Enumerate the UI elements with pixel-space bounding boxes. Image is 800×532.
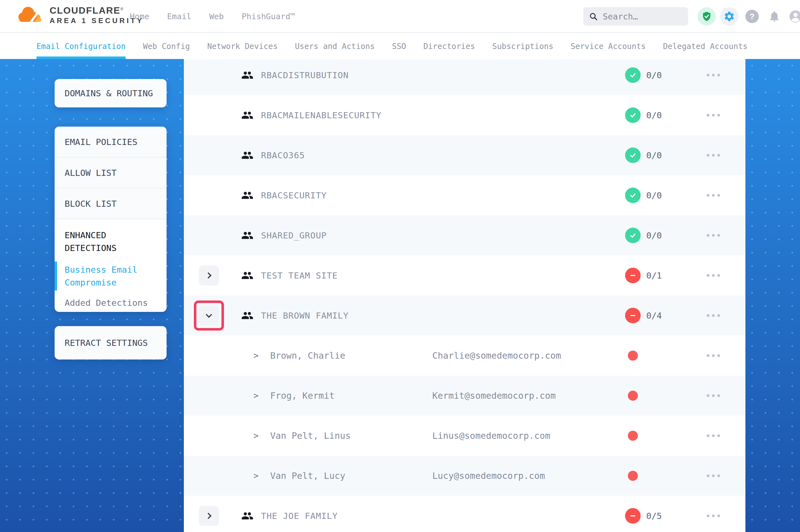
app-screen: CLOUDFLARE® AREA 1 SECURITY Home Email W… [0, 0, 800, 532]
security-status-button[interactable] [697, 7, 716, 25]
right-background-strip [745, 59, 800, 532]
member-row: > Brown, Charlie Charlie@somedemocorp.co… [184, 336, 745, 376]
row-actions-button[interactable] [701, 376, 726, 416]
expand-button[interactable] [199, 265, 219, 285]
status-error-dot [628, 350, 638, 361]
group-row: THE BROWN FAMILY 0/4 [184, 296, 745, 336]
help-button[interactable]: ? [743, 7, 761, 25]
tab-users-and-actions[interactable]: Users and Actions [295, 33, 375, 59]
gear-icon [723, 11, 735, 22]
status-ok-badge [625, 228, 641, 243]
row-actions-button[interactable] [701, 95, 726, 135]
row-actions-button[interactable] [701, 215, 726, 255]
cloudflare-cloud-icon [15, 5, 46, 25]
sidebar-item-email-policies[interactable]: EMAIL POLICIES [55, 127, 167, 157]
row-actions-button[interactable] [701, 175, 726, 215]
sidebar-item-block-list[interactable]: BLOCK LIST [55, 188, 167, 219]
domains-routing-card: DOMAINS & ROUTING [55, 79, 167, 108]
status-ok-badge [625, 188, 641, 203]
tab-directories[interactable]: Directories [423, 33, 475, 59]
status-error-dot [628, 391, 638, 401]
tab-delegated-accounts[interactable]: Delegated Accounts [663, 33, 747, 59]
member-expand-chevron[interactable]: > [254, 456, 258, 496]
settings-button[interactable] [720, 7, 739, 25]
member-count: 0/4 [646, 296, 662, 336]
status-error-dot [628, 471, 638, 481]
row-actions-button[interactable] [701, 496, 726, 532]
nav-phishguard[interactable]: PhishGuard™ [242, 12, 295, 21]
row-actions-button[interactable] [701, 416, 726, 456]
sidebar-item-retract-settings[interactable]: RETRACT SETTINGS [55, 326, 167, 360]
bell-icon [768, 10, 781, 23]
row-actions-button[interactable] [701, 336, 726, 376]
member-count: 0/0 [646, 95, 662, 135]
group-name: THE JOE FAMILY [261, 496, 338, 532]
cloudflare-logo: CLOUDFLARE® AREA 1 SECURITY [15, 5, 144, 25]
row-actions-button[interactable] [701, 456, 726, 496]
member-count: 0/1 [646, 255, 662, 296]
retract-settings-card: RETRACT SETTINGS [55, 326, 167, 360]
sidebar-item-business-email-compromise[interactable]: Business Email Compromise [65, 263, 158, 289]
row-actions-button[interactable] [701, 296, 726, 336]
group-name: RBACMAILENABLESECURITY [261, 95, 382, 135]
row-actions-button[interactable] [701, 59, 726, 95]
collapse-button[interactable] [199, 305, 219, 325]
sidebar-item-label: BLOCK LIST [65, 199, 117, 209]
chevron-right-icon [205, 272, 212, 279]
chevron-right-icon [205, 513, 212, 519]
chevron-down-icon [206, 311, 212, 318]
group-icon [241, 229, 254, 242]
tab-service-accounts[interactable]: Service Accounts [571, 33, 646, 59]
tab-subscriptions[interactable]: Subscriptions [492, 33, 553, 59]
group-row: RBACO365 0/0 [184, 135, 745, 175]
search-input[interactable] [603, 12, 681, 21]
help-icon: ? [745, 10, 759, 23]
nav-email[interactable]: Email [167, 12, 192, 21]
member-name: Brown, Charlie [270, 336, 345, 376]
section-nav: Email Configuration Web Config Network D… [0, 33, 800, 59]
sidebar-item-allow-list[interactable]: ALLOW LIST [55, 157, 167, 188]
group-name: SHARED_GROUP [261, 215, 327, 255]
nav-home[interactable]: Home [130, 12, 149, 21]
group-name: RBACDISTRUBUTION [261, 59, 349, 95]
nav-web[interactable]: Web [209, 12, 224, 21]
primary-nav: Home Email Web PhishGuard™ [130, 0, 295, 33]
search-box[interactable] [583, 7, 688, 25]
status-error-dot [628, 431, 638, 441]
group-icon [241, 189, 254, 202]
group-row: SHARED_GROUP 0/0 [184, 215, 745, 255]
group-icon [241, 269, 254, 282]
status-ok-badge [625, 108, 641, 123]
group-icon [241, 149, 254, 162]
sidebar-item-domains-routing[interactable]: DOMAINS & ROUTING [55, 79, 167, 108]
row-actions-button[interactable] [701, 135, 726, 175]
row-actions-button[interactable] [701, 255, 726, 296]
sidebar: DOMAINS & ROUTING EMAIL POLICIES ALLOW L… [0, 59, 184, 532]
tab-email-configuration[interactable]: Email Configuration [36, 33, 126, 59]
member-expand-chevron[interactable]: > [254, 416, 258, 456]
tab-network-devices[interactable]: Network Devices [207, 33, 278, 59]
tab-sso[interactable]: SSO [392, 33, 406, 59]
status-error-badge [625, 508, 641, 524]
member-count: 0/0 [646, 215, 662, 255]
expand-button[interactable] [199, 506, 219, 526]
member-expand-chevron[interactable]: > [254, 336, 258, 376]
notifications-button[interactable] [765, 7, 784, 25]
user-avatar-icon [788, 9, 800, 24]
group-icon [241, 109, 254, 121]
group-row: RBACSECURITY 0/0 [184, 175, 745, 215]
sidebar-item-enhanced-detections[interactable]: ENHANCED DETECTIONS [65, 229, 158, 254]
member-row: > Van Pelt, Lucy Lucy@somedemocorp.com [184, 456, 745, 496]
sidebar-item-added-detections[interactable]: Added Detections [65, 298, 158, 308]
registered-mark: ® [120, 7, 124, 11]
top-bar: CLOUDFLARE® AREA 1 SECURITY Home Email W… [0, 0, 800, 33]
group-row: THE JOE FAMILY 0/5 [184, 496, 745, 532]
tab-web-config[interactable]: Web Config [143, 33, 190, 59]
status-error-badge [625, 308, 641, 323]
group-name: RBACO365 [261, 135, 305, 175]
group-name: TEST TEAM SITE [261, 255, 338, 296]
account-button[interactable] [786, 7, 800, 25]
member-expand-chevron[interactable]: > [254, 376, 258, 416]
member-email: Kermit@somedemocorp.com [432, 376, 556, 416]
group-name: THE BROWN FAMILY [261, 296, 349, 336]
